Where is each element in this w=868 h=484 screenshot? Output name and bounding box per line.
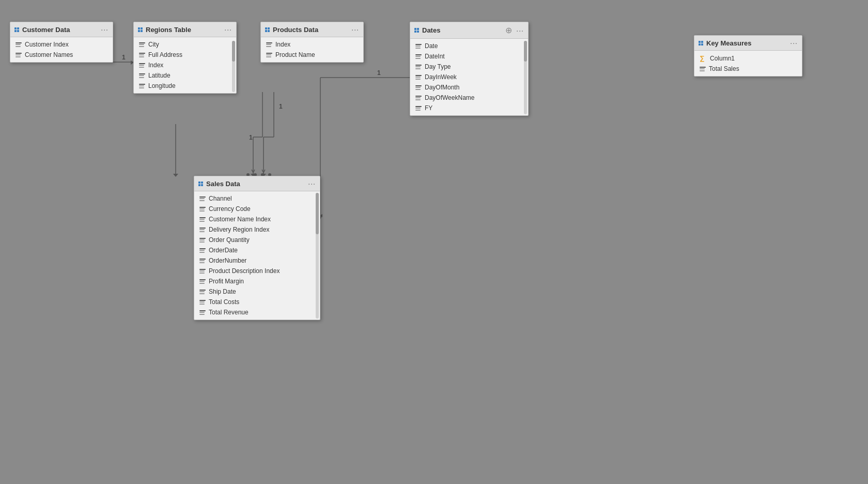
key-measures-body: ∑ Column1 Total Sales xyxy=(694,51,802,76)
dates-scrollbar-track[interactable] xyxy=(524,41,527,114)
column-icon xyxy=(139,73,145,78)
products-data-body: Index Product Name xyxy=(261,37,363,62)
dates-title: Dates xyxy=(422,26,440,34)
field-label: Channel xyxy=(209,195,232,202)
list-item[interactable]: DateInt xyxy=(410,51,528,62)
regions-table-card[interactable]: Regions Table ··· City Full Address Inde… xyxy=(133,22,237,94)
column-icon xyxy=(199,300,206,305)
sales-data-menu[interactable]: ··· xyxy=(308,179,316,188)
column-icon xyxy=(199,207,206,211)
customer-data-menu[interactable]: ··· xyxy=(101,25,109,34)
products-data-header[interactable]: Products Data ··· xyxy=(261,22,363,37)
svg-marker-2 xyxy=(173,174,178,177)
sales-scrollbar-track[interactable] xyxy=(316,193,319,319)
products-data-menu[interactable]: ··· xyxy=(351,25,359,34)
list-item[interactable]: Index xyxy=(134,60,236,70)
column-icon xyxy=(266,53,272,57)
field-label: DayOfMonth xyxy=(425,84,459,91)
list-item[interactable]: FY xyxy=(410,103,528,113)
column-icon xyxy=(16,53,22,57)
list-item[interactable]: Longitude xyxy=(134,81,236,91)
products-data-title: Products Data xyxy=(273,26,318,34)
products-data-table[interactable]: Products Data ··· Index Product Name xyxy=(260,22,364,63)
list-item[interactable]: OrderNumber xyxy=(194,255,320,266)
list-item[interactable]: Currency Code xyxy=(194,204,320,214)
column-icon xyxy=(700,67,706,71)
list-item[interactable]: Index xyxy=(261,39,363,50)
list-item[interactable]: Total Revenue xyxy=(194,307,320,317)
dates-body: Date DateInt Day Type DayInWeek DayOfMon… xyxy=(410,39,528,115)
list-item[interactable]: Ship Date xyxy=(194,286,320,297)
key-measures-header[interactable]: Key Measures ··· xyxy=(694,36,802,51)
svg-text:1: 1 xyxy=(122,54,126,61)
list-item[interactable]: ∑ Column1 xyxy=(694,53,802,64)
dates-table[interactable]: Dates ⊕ ··· Date DateInt Day Type xyxy=(410,22,529,116)
list-item[interactable]: DayOfMonth xyxy=(410,82,528,93)
svg-text:1: 1 xyxy=(279,103,283,110)
sales-data-body: Channel Currency Code Customer Name Inde… xyxy=(194,191,320,320)
list-item[interactable]: Product Name xyxy=(261,50,363,60)
key-measures-title: Key Measures xyxy=(706,39,751,47)
list-item[interactable]: Customer Names xyxy=(10,50,113,60)
list-item[interactable]: Channel xyxy=(194,193,320,204)
sigma-icon: ∑ xyxy=(700,54,707,62)
list-item[interactable]: DayInWeek xyxy=(410,72,528,82)
column-icon xyxy=(199,290,206,294)
column-icon xyxy=(415,85,422,90)
table-icon xyxy=(265,27,270,32)
list-item[interactable]: Date xyxy=(410,41,528,51)
dates-menu[interactable]: ··· xyxy=(516,26,524,35)
sales-data-table[interactable]: Sales Data ··· Channel Currency Code Cus… xyxy=(194,176,320,320)
scrollbar-thumb[interactable] xyxy=(232,41,235,62)
list-item[interactable]: DayOfWeekName xyxy=(410,93,528,103)
field-label: Total Revenue xyxy=(209,309,249,316)
field-label: Currency Code xyxy=(209,205,251,213)
list-item[interactable]: Profit Margin xyxy=(194,276,320,286)
list-item[interactable]: Delivery Region Index xyxy=(194,224,320,235)
field-label: Column1 xyxy=(710,55,735,62)
table-icon xyxy=(198,182,203,186)
regions-table-title: Regions Table xyxy=(146,26,191,34)
field-label: Delivery Region Index xyxy=(209,226,269,233)
list-item[interactable]: Customer Index xyxy=(10,39,113,50)
list-item[interactable]: Total Costs xyxy=(194,297,320,307)
field-label: City xyxy=(148,41,159,48)
dates-scrollbar-thumb[interactable] xyxy=(524,41,527,62)
svg-text:1: 1 xyxy=(249,134,253,141)
column-icon xyxy=(199,217,206,222)
list-item[interactable]: OrderDate xyxy=(194,245,320,255)
dates-header[interactable]: Dates ⊕ ··· xyxy=(410,22,528,39)
list-item[interactable]: City xyxy=(134,39,236,50)
regions-table-menu[interactable]: ··· xyxy=(224,25,232,34)
column-icon xyxy=(266,42,272,47)
field-label: Product Name xyxy=(275,51,315,58)
list-item[interactable]: Product Description Index xyxy=(194,266,320,276)
field-label: Longitude xyxy=(148,82,176,89)
column-icon xyxy=(199,279,206,284)
column-icon xyxy=(199,310,206,315)
sales-scrollbar-thumb[interactable] xyxy=(316,193,319,234)
field-label: OrderNumber xyxy=(209,257,246,264)
list-item[interactable]: Customer Name Index xyxy=(194,214,320,224)
key-measures-menu[interactable]: ··· xyxy=(790,39,798,47)
regions-table-header[interactable]: Regions Table ··· xyxy=(134,22,236,37)
sales-data-title: Sales Data xyxy=(206,180,240,188)
scrollbar-track[interactable] xyxy=(232,41,235,92)
customer-data-header[interactable]: Customer Data ··· xyxy=(10,22,113,37)
column-icon xyxy=(199,196,206,201)
list-item[interactable]: Latitude xyxy=(134,70,236,81)
list-item[interactable]: Day Type xyxy=(410,62,528,72)
list-item[interactable]: Total Sales xyxy=(694,64,802,74)
field-label: DateInt xyxy=(425,53,445,60)
customer-data-table[interactable]: Customer Data ··· Customer Index Custome… xyxy=(10,22,113,63)
key-measures-table[interactable]: Key Measures ··· ∑ Column1 Total Sales xyxy=(694,35,802,77)
field-label: Total Costs xyxy=(209,298,239,306)
field-label: Customer Names xyxy=(25,51,73,58)
field-label: Date xyxy=(425,42,438,50)
column-icon xyxy=(199,259,206,263)
column-icon xyxy=(415,65,422,69)
list-item[interactable]: Order Quantity xyxy=(194,235,320,245)
list-item[interactable]: Full Address xyxy=(134,50,236,60)
column-icon xyxy=(199,238,206,243)
sales-data-header[interactable]: Sales Data ··· xyxy=(194,176,320,191)
